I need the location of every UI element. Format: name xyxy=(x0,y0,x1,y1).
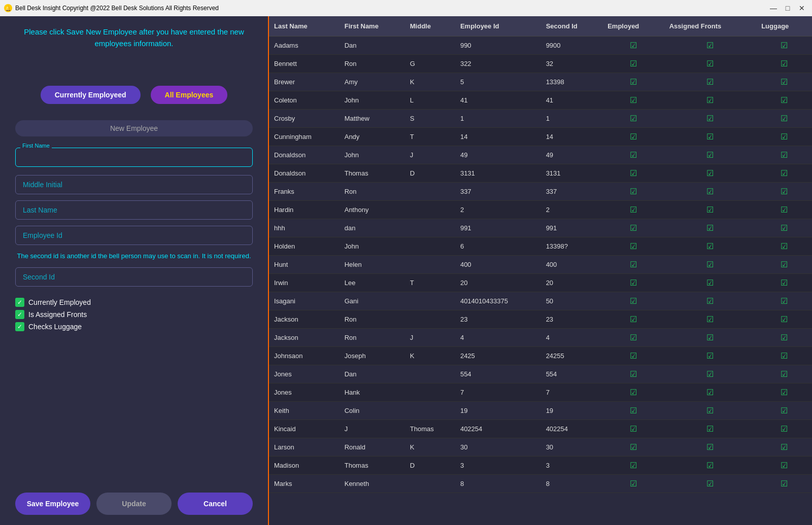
table-row[interactable]: Jackson Ron J 4 4 ☑ ☑ ☑ xyxy=(269,329,812,347)
employee-id-input[interactable] xyxy=(15,226,253,245)
table-row[interactable]: Franks Ron 337 337 ☑ ☑ ☑ xyxy=(269,183,812,201)
cell-employee-id: 400 xyxy=(455,256,541,274)
cell-second-id: 991 xyxy=(541,219,603,237)
cell-luggage: ☑ xyxy=(756,37,812,55)
currently-employed-filter-button[interactable]: Currently Employeed xyxy=(41,86,141,104)
check-icon: ☑ xyxy=(781,406,788,415)
cell-luggage: ☑ xyxy=(756,219,812,237)
is-assigned-fronts-checkbox[interactable]: ✓ xyxy=(15,310,24,319)
update-button[interactable]: Update xyxy=(96,493,172,515)
second-id-input[interactable] xyxy=(15,267,253,287)
cell-last-name: Bennett xyxy=(269,55,340,73)
table-row[interactable]: Aadams Dan 990 9900 ☑ ☑ ☑ xyxy=(269,37,812,55)
currently-employed-checkbox[interactable]: ✓ xyxy=(15,298,24,307)
cell-assigned-fronts: ☑ xyxy=(664,274,756,292)
table-row[interactable]: Coleton John L 41 41 ☑ ☑ ☑ xyxy=(269,91,812,110)
table-row[interactable]: Bennett Ron G 322 32 ☑ ☑ ☑ xyxy=(269,55,812,73)
header-second-id: Second Id xyxy=(541,16,603,37)
check-icon: ☑ xyxy=(781,278,788,287)
check-icon: ☑ xyxy=(630,479,637,488)
table-row[interactable]: Hunt Helen 400 400 ☑ ☑ ☑ xyxy=(269,256,812,274)
table-row[interactable]: Jones Dan 554 554 ☑ ☑ ☑ xyxy=(269,365,812,383)
first-name-label: First Name xyxy=(20,143,52,149)
cell-assigned-fronts: ☑ xyxy=(664,347,756,365)
table-row[interactable]: Irwin Lee T 20 20 ☑ ☑ ☑ xyxy=(269,274,812,292)
first-name-input[interactable] xyxy=(15,148,253,167)
cell-middle: J xyxy=(405,329,455,347)
table-scroll[interactable]: Last Name First Name Middle Employee Id … xyxy=(269,16,812,525)
cell-first-name: Andy xyxy=(340,128,405,146)
cell-middle: D xyxy=(405,457,455,475)
cell-middle: T xyxy=(405,274,455,292)
middle-initial-input[interactable] xyxy=(15,175,253,194)
cancel-button[interactable]: Cancel xyxy=(178,493,253,515)
cell-employed: ☑ xyxy=(602,420,664,438)
cell-last-name: Jones xyxy=(269,383,340,402)
cell-middle xyxy=(405,256,455,274)
cell-middle xyxy=(405,237,455,256)
cell-assigned-fronts: ☑ xyxy=(664,37,756,55)
cell-luggage: ☑ xyxy=(756,164,812,183)
bottom-buttons: Save Employee Update Cancel xyxy=(15,482,253,515)
cell-first-name: Dan xyxy=(340,365,405,383)
cell-last-name: Larson xyxy=(269,438,340,457)
table-row[interactable]: Hardin Anthony 2 2 ☑ ☑ ☑ xyxy=(269,201,812,219)
table-row[interactable]: Cunningham Andy T 14 14 ☑ ☑ ☑ xyxy=(269,128,812,146)
table-row[interactable]: Jackson Ron 23 23 ☑ ☑ ☑ xyxy=(269,310,812,329)
table-row[interactable]: Larson Ronald K 30 30 ☑ ☑ ☑ xyxy=(269,438,812,457)
cell-second-id: 41 xyxy=(541,91,603,110)
check-icon: ☑ xyxy=(781,388,788,397)
check-icon: ☑ xyxy=(781,443,788,451)
title-bar-text: Bell Desk Insight Copyright @2022 Bell D… xyxy=(15,5,219,12)
check-icon: ☑ xyxy=(706,388,714,397)
save-employee-button[interactable]: Save Employee xyxy=(15,493,90,515)
table-row[interactable]: Donaldson John J 49 49 ☑ ☑ ☑ xyxy=(269,146,812,164)
cell-employed: ☑ xyxy=(602,237,664,256)
table-row[interactable]: hhh dan 991 991 ☑ ☑ ☑ xyxy=(269,219,812,237)
cell-last-name: Donaldson xyxy=(269,146,340,164)
check-icon: ☑ xyxy=(706,425,714,433)
table-row[interactable]: Jones Hank 7 7 ☑ ☑ ☑ xyxy=(269,383,812,402)
all-employees-filter-button[interactable]: All Employees xyxy=(151,86,228,104)
check-icon: ☑ xyxy=(630,333,637,342)
cell-assigned-fronts: ☑ xyxy=(664,402,756,420)
info-text: Please click Save New Employee after you… xyxy=(15,26,253,49)
currently-employed-label: Currently Employed xyxy=(28,298,91,306)
table-row[interactable]: Donaldson Thomas D 3131 3131 ☑ ☑ ☑ xyxy=(269,164,812,183)
check-icon: ☑ xyxy=(781,479,788,488)
cell-assigned-fronts: ☑ xyxy=(664,383,756,402)
cell-last-name: Coleton xyxy=(269,91,340,110)
table-row[interactable]: Johnsaon Joseph K 2425 24255 ☑ ☑ ☑ xyxy=(269,347,812,365)
table-row[interactable]: Madison Thomas D 3 3 ☑ ☑ ☑ xyxy=(269,457,812,475)
cell-first-name: Ron xyxy=(340,183,405,201)
check-icon: ☑ xyxy=(630,224,637,232)
cell-middle xyxy=(405,310,455,329)
last-name-input[interactable] xyxy=(15,200,253,220)
title-bar-left: 🔔 Bell Desk Insight Copyright @2022 Bell… xyxy=(4,4,219,12)
check-icon: ☑ xyxy=(630,443,637,451)
checks-luggage-checkbox[interactable]: ✓ xyxy=(15,322,24,331)
table-row[interactable]: Marks Kenneth 8 8 ☑ ☑ ☑ xyxy=(269,475,812,493)
table-row[interactable]: Holden John 6 13398? ☑ ☑ ☑ xyxy=(269,237,812,256)
cell-assigned-fronts: ☑ xyxy=(664,55,756,73)
maximize-button[interactable]: □ xyxy=(782,3,794,13)
cell-employed: ☑ xyxy=(602,457,664,475)
header-employee-id: Employee Id xyxy=(455,16,541,37)
table-row[interactable]: Keith Colin 19 19 ☑ ☑ ☑ xyxy=(269,402,812,420)
table-row[interactable]: Brewer Amy K 5 13398 ☑ ☑ ☑ xyxy=(269,73,812,91)
close-button[interactable]: ✕ xyxy=(796,3,808,13)
check-icon: ☑ xyxy=(630,425,637,433)
check-icon: ☑ xyxy=(706,352,714,360)
table-row[interactable]: Crosby Matthew S 1 1 ☑ ☑ ☑ xyxy=(269,110,812,128)
cell-second-id: 9900 xyxy=(541,37,603,55)
cell-first-name: John xyxy=(340,146,405,164)
cell-assigned-fronts: ☑ xyxy=(664,183,756,201)
cell-first-name: Amy xyxy=(340,73,405,91)
cell-first-name: Ron xyxy=(340,310,405,329)
cell-employee-id: 3 xyxy=(455,457,541,475)
cell-last-name: Franks xyxy=(269,183,340,201)
table-row[interactable]: Isagani Gani 4014010433375 50 ☑ ☑ ☑ xyxy=(269,292,812,310)
table-row[interactable]: Kincaid J Thomas 402254 402254 ☑ ☑ ☑ xyxy=(269,420,812,438)
check-icon: ☑ xyxy=(781,461,788,470)
minimize-button[interactable]: — xyxy=(767,3,780,13)
